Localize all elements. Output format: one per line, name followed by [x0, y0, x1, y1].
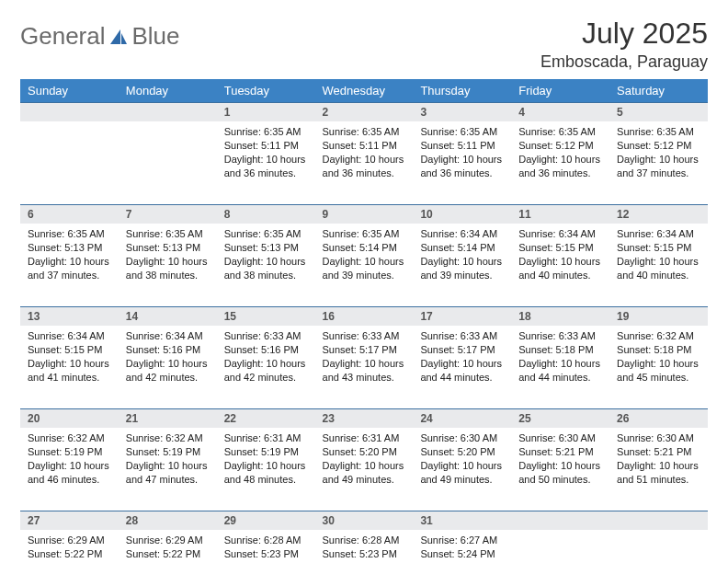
day-number: 24	[413, 408, 511, 428]
day-content: Sunrise: 6:29 AMSunset: 5:22 PMDaylight:…	[119, 530, 217, 563]
day-number: 17	[413, 306, 511, 326]
day-content: Sunrise: 6:30 AMSunset: 5:20 PMDaylight:…	[413, 428, 511, 493]
day-content: Sunrise: 6:33 AMSunset: 5:18 PMDaylight:…	[511, 326, 609, 391]
month-title: July 2025	[540, 17, 708, 51]
day-number: 8	[217, 204, 315, 224]
day-number: 14	[119, 306, 217, 326]
day-content: Sunrise: 6:34 AMSunset: 5:15 PMDaylight:…	[609, 224, 708, 289]
day-number: 29	[217, 511, 315, 530]
day-content: Sunrise: 6:34 AMSunset: 5:16 PMDaylight:…	[119, 326, 217, 391]
day-number: 18	[511, 306, 609, 326]
day-number: 28	[119, 511, 217, 530]
day-content: Sunrise: 6:32 AMSunset: 5:18 PMDaylight:…	[609, 326, 708, 391]
day-number: 22	[217, 408, 315, 428]
day-content: Sunrise: 6:35 AMSunset: 5:13 PMDaylight:…	[119, 224, 217, 289]
day-number: 11	[511, 204, 609, 224]
day-content: Sunrise: 6:32 AMSunset: 5:19 PMDaylight:…	[20, 428, 119, 493]
day-content: Sunrise: 6:35 AMSunset: 5:13 PMDaylight:…	[217, 224, 315, 289]
weekday-header: Friday	[511, 79, 609, 102]
day-content: Sunrise: 6:29 AMSunset: 5:22 PMDaylight:…	[20, 530, 119, 563]
day-number: 19	[609, 306, 708, 326]
day-content: Sunrise: 6:33 AMSunset: 5:16 PMDaylight:…	[217, 326, 315, 391]
day-number: 21	[119, 408, 217, 428]
day-content: Sunrise: 6:33 AMSunset: 5:17 PMDaylight:…	[413, 326, 511, 391]
day-number: 5	[609, 102, 708, 121]
day-number	[119, 102, 217, 121]
day-number	[609, 511, 708, 530]
day-content	[511, 530, 609, 541]
title-block: July 2025 Emboscada, Paraguay	[540, 17, 708, 72]
day-content: Sunrise: 6:35 AMSunset: 5:11 PMDaylight:…	[413, 121, 511, 187]
day-content	[20, 121, 119, 132]
day-number: 13	[20, 306, 119, 326]
logo-sail-icon	[108, 28, 129, 46]
day-content: Sunrise: 6:34 AMSunset: 5:14 PMDaylight:…	[413, 224, 511, 289]
day-number: 6	[20, 204, 119, 224]
logo-text-2: Blue	[132, 22, 180, 51]
day-content: Sunrise: 6:30 AMSunset: 5:21 PMDaylight:…	[609, 428, 708, 493]
day-number: 9	[315, 204, 414, 224]
day-number: 27	[20, 511, 119, 530]
header: General Blue July 2025 Emboscada, Paragu…	[20, 17, 708, 72]
day-content: Sunrise: 6:34 AMSunset: 5:15 PMDaylight:…	[20, 326, 119, 391]
day-number: 1	[217, 102, 315, 121]
day-content: Sunrise: 6:35 AMSunset: 5:12 PMDaylight:…	[609, 121, 708, 187]
day-content: Sunrise: 6:31 AMSunset: 5:19 PMDaylight:…	[217, 428, 315, 493]
day-number: 10	[413, 204, 511, 224]
day-number: 15	[217, 306, 315, 326]
day-number: 23	[315, 408, 414, 428]
calendar-grid: SundayMondayTuesdayWednesdayThursdayFrid…	[20, 79, 708, 563]
day-content	[609, 530, 708, 541]
day-number: 7	[119, 204, 217, 224]
day-content: Sunrise: 6:32 AMSunset: 5:19 PMDaylight:…	[119, 428, 217, 493]
day-number: 4	[511, 102, 609, 121]
day-content: Sunrise: 6:30 AMSunset: 5:21 PMDaylight:…	[511, 428, 609, 493]
day-number: 30	[315, 511, 414, 530]
day-number: 2	[315, 102, 414, 121]
day-number: 25	[511, 408, 609, 428]
location: Emboscada, Paraguay	[540, 52, 708, 72]
logo: General Blue	[20, 17, 180, 51]
weekday-header-row: SundayMondayTuesdayWednesdayThursdayFrid…	[20, 79, 708, 102]
day-number	[511, 511, 609, 530]
day-content: Sunrise: 6:35 AMSunset: 5:11 PMDaylight:…	[217, 121, 315, 187]
logo-text-1: General	[20, 22, 106, 51]
day-content: Sunrise: 6:28 AMSunset: 5:23 PMDaylight:…	[315, 530, 414, 563]
weekday-header: Tuesday	[217, 79, 315, 102]
day-number: 26	[609, 408, 708, 428]
day-content	[119, 121, 217, 132]
day-content: Sunrise: 6:28 AMSunset: 5:23 PMDaylight:…	[217, 530, 315, 563]
day-content: Sunrise: 6:34 AMSunset: 5:15 PMDaylight:…	[511, 224, 609, 289]
day-content: Sunrise: 6:35 AMSunset: 5:13 PMDaylight:…	[20, 224, 119, 289]
day-number: 16	[315, 306, 414, 326]
day-content: Sunrise: 6:27 AMSunset: 5:24 PMDaylight:…	[413, 530, 511, 563]
day-content: Sunrise: 6:35 AMSunset: 5:12 PMDaylight:…	[511, 121, 609, 187]
day-number: 20	[20, 408, 119, 428]
weekday-header: Wednesday	[315, 79, 414, 102]
day-number: 12	[609, 204, 708, 224]
weekday-header: Monday	[119, 79, 217, 102]
day-content: Sunrise: 6:35 AMSunset: 5:14 PMDaylight:…	[315, 224, 414, 289]
weekday-header: Sunday	[20, 79, 119, 102]
day-content: Sunrise: 6:33 AMSunset: 5:17 PMDaylight:…	[315, 326, 414, 391]
day-content: Sunrise: 6:31 AMSunset: 5:20 PMDaylight:…	[315, 428, 414, 493]
day-number: 3	[413, 102, 511, 121]
day-number: 31	[413, 511, 511, 530]
day-number	[20, 102, 119, 121]
weekday-header: Saturday	[609, 79, 708, 102]
day-content: Sunrise: 6:35 AMSunset: 5:11 PMDaylight:…	[315, 121, 414, 187]
weekday-header: Thursday	[413, 79, 511, 102]
